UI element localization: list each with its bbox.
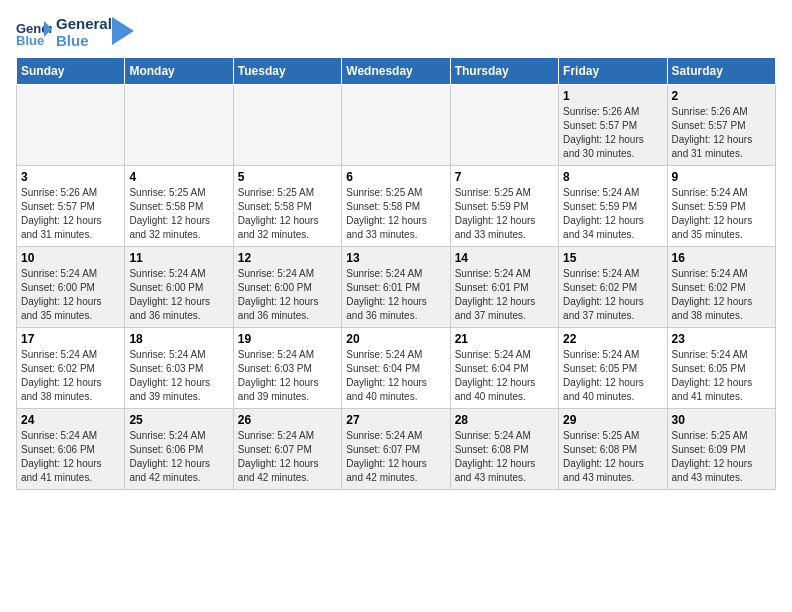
- logo-arrow: [112, 17, 134, 45]
- day-info: Sunrise: 5:24 AM Sunset: 6:00 PM Dayligh…: [238, 267, 337, 323]
- week-row-0: 1Sunrise: 5:26 AM Sunset: 5:57 PM Daylig…: [17, 85, 776, 166]
- day-number: 21: [455, 332, 554, 346]
- day-cell: 18Sunrise: 5:24 AM Sunset: 6:03 PM Dayli…: [125, 328, 233, 409]
- weekday-header-monday: Monday: [125, 58, 233, 85]
- day-info: Sunrise: 5:24 AM Sunset: 6:00 PM Dayligh…: [129, 267, 228, 323]
- day-number: 25: [129, 413, 228, 427]
- day-info: Sunrise: 5:25 AM Sunset: 5:58 PM Dayligh…: [238, 186, 337, 242]
- day-cell: [17, 85, 125, 166]
- day-cell: 5Sunrise: 5:25 AM Sunset: 5:58 PM Daylig…: [233, 166, 341, 247]
- weekday-header-wednesday: Wednesday: [342, 58, 450, 85]
- day-cell: 22Sunrise: 5:24 AM Sunset: 6:05 PM Dayli…: [559, 328, 667, 409]
- day-cell: [450, 85, 558, 166]
- weekday-header-thursday: Thursday: [450, 58, 558, 85]
- day-info: Sunrise: 5:24 AM Sunset: 6:05 PM Dayligh…: [563, 348, 662, 404]
- day-cell: 4Sunrise: 5:25 AM Sunset: 5:58 PM Daylig…: [125, 166, 233, 247]
- day-cell: 2Sunrise: 5:26 AM Sunset: 5:57 PM Daylig…: [667, 85, 775, 166]
- day-number: 8: [563, 170, 662, 184]
- day-cell: 6Sunrise: 5:25 AM Sunset: 5:58 PM Daylig…: [342, 166, 450, 247]
- day-number: 7: [455, 170, 554, 184]
- calendar-table: SundayMondayTuesdayWednesdayThursdayFrid…: [16, 57, 776, 490]
- day-info: Sunrise: 5:25 AM Sunset: 5:58 PM Dayligh…: [129, 186, 228, 242]
- day-number: 5: [238, 170, 337, 184]
- week-row-3: 17Sunrise: 5:24 AM Sunset: 6:02 PM Dayli…: [17, 328, 776, 409]
- day-cell: 14Sunrise: 5:24 AM Sunset: 6:01 PM Dayli…: [450, 247, 558, 328]
- day-number: 3: [21, 170, 120, 184]
- svg-text:Blue: Blue: [16, 33, 44, 47]
- svg-marker-3: [112, 17, 134, 45]
- day-cell: 11Sunrise: 5:24 AM Sunset: 6:00 PM Dayli…: [125, 247, 233, 328]
- page-header: General Blue General Blue: [16, 16, 776, 49]
- day-info: Sunrise: 5:24 AM Sunset: 6:07 PM Dayligh…: [346, 429, 445, 485]
- day-info: Sunrise: 5:24 AM Sunset: 6:06 PM Dayligh…: [21, 429, 120, 485]
- day-info: Sunrise: 5:25 AM Sunset: 5:58 PM Dayligh…: [346, 186, 445, 242]
- day-info: Sunrise: 5:24 AM Sunset: 6:04 PM Dayligh…: [346, 348, 445, 404]
- day-number: 2: [672, 89, 771, 103]
- day-number: 13: [346, 251, 445, 265]
- logo-icon: General Blue: [16, 19, 52, 47]
- day-info: Sunrise: 5:25 AM Sunset: 5:59 PM Dayligh…: [455, 186, 554, 242]
- weekday-header-tuesday: Tuesday: [233, 58, 341, 85]
- day-info: Sunrise: 5:24 AM Sunset: 6:06 PM Dayligh…: [129, 429, 228, 485]
- day-cell: 8Sunrise: 5:24 AM Sunset: 5:59 PM Daylig…: [559, 166, 667, 247]
- weekday-header-friday: Friday: [559, 58, 667, 85]
- day-cell: [233, 85, 341, 166]
- day-cell: 25Sunrise: 5:24 AM Sunset: 6:06 PM Dayli…: [125, 409, 233, 490]
- day-info: Sunrise: 5:24 AM Sunset: 6:00 PM Dayligh…: [21, 267, 120, 323]
- day-cell: 20Sunrise: 5:24 AM Sunset: 6:04 PM Dayli…: [342, 328, 450, 409]
- day-cell: 1Sunrise: 5:26 AM Sunset: 5:57 PM Daylig…: [559, 85, 667, 166]
- day-cell: 3Sunrise: 5:26 AM Sunset: 5:57 PM Daylig…: [17, 166, 125, 247]
- day-info: Sunrise: 5:25 AM Sunset: 6:08 PM Dayligh…: [563, 429, 662, 485]
- weekday-header-saturday: Saturday: [667, 58, 775, 85]
- day-cell: 12Sunrise: 5:24 AM Sunset: 6:00 PM Dayli…: [233, 247, 341, 328]
- day-number: 9: [672, 170, 771, 184]
- day-number: 23: [672, 332, 771, 346]
- day-cell: 17Sunrise: 5:24 AM Sunset: 6:02 PM Dayli…: [17, 328, 125, 409]
- logo-general: General: [56, 16, 112, 33]
- day-info: Sunrise: 5:24 AM Sunset: 6:07 PM Dayligh…: [238, 429, 337, 485]
- day-number: 26: [238, 413, 337, 427]
- day-number: 14: [455, 251, 554, 265]
- day-info: Sunrise: 5:24 AM Sunset: 5:59 PM Dayligh…: [563, 186, 662, 242]
- day-number: 19: [238, 332, 337, 346]
- day-info: Sunrise: 5:24 AM Sunset: 6:04 PM Dayligh…: [455, 348, 554, 404]
- day-info: Sunrise: 5:24 AM Sunset: 6:01 PM Dayligh…: [455, 267, 554, 323]
- day-number: 28: [455, 413, 554, 427]
- day-cell: 26Sunrise: 5:24 AM Sunset: 6:07 PM Dayli…: [233, 409, 341, 490]
- day-info: Sunrise: 5:26 AM Sunset: 5:57 PM Dayligh…: [672, 105, 771, 161]
- day-number: 15: [563, 251, 662, 265]
- day-number: 17: [21, 332, 120, 346]
- weekday-header-sunday: Sunday: [17, 58, 125, 85]
- day-info: Sunrise: 5:24 AM Sunset: 6:08 PM Dayligh…: [455, 429, 554, 485]
- day-cell: [342, 85, 450, 166]
- day-info: Sunrise: 5:24 AM Sunset: 6:01 PM Dayligh…: [346, 267, 445, 323]
- day-cell: [125, 85, 233, 166]
- day-cell: 27Sunrise: 5:24 AM Sunset: 6:07 PM Dayli…: [342, 409, 450, 490]
- day-info: Sunrise: 5:24 AM Sunset: 6:03 PM Dayligh…: [129, 348, 228, 404]
- day-number: 18: [129, 332, 228, 346]
- day-info: Sunrise: 5:26 AM Sunset: 5:57 PM Dayligh…: [563, 105, 662, 161]
- day-cell: 23Sunrise: 5:24 AM Sunset: 6:05 PM Dayli…: [667, 328, 775, 409]
- day-info: Sunrise: 5:24 AM Sunset: 5:59 PM Dayligh…: [672, 186, 771, 242]
- day-number: 22: [563, 332, 662, 346]
- week-row-4: 24Sunrise: 5:24 AM Sunset: 6:06 PM Dayli…: [17, 409, 776, 490]
- day-cell: 21Sunrise: 5:24 AM Sunset: 6:04 PM Dayli…: [450, 328, 558, 409]
- day-cell: 15Sunrise: 5:24 AM Sunset: 6:02 PM Dayli…: [559, 247, 667, 328]
- day-info: Sunrise: 5:25 AM Sunset: 6:09 PM Dayligh…: [672, 429, 771, 485]
- weekday-header-row: SundayMondayTuesdayWednesdayThursdayFrid…: [17, 58, 776, 85]
- logo: General Blue General Blue: [16, 16, 134, 49]
- day-cell: 19Sunrise: 5:24 AM Sunset: 6:03 PM Dayli…: [233, 328, 341, 409]
- day-number: 4: [129, 170, 228, 184]
- day-cell: 24Sunrise: 5:24 AM Sunset: 6:06 PM Dayli…: [17, 409, 125, 490]
- week-row-1: 3Sunrise: 5:26 AM Sunset: 5:57 PM Daylig…: [17, 166, 776, 247]
- logo-blue: Blue: [56, 33, 112, 50]
- day-number: 24: [21, 413, 120, 427]
- day-number: 29: [563, 413, 662, 427]
- day-number: 27: [346, 413, 445, 427]
- day-number: 12: [238, 251, 337, 265]
- day-number: 20: [346, 332, 445, 346]
- day-number: 6: [346, 170, 445, 184]
- day-cell: 16Sunrise: 5:24 AM Sunset: 6:02 PM Dayli…: [667, 247, 775, 328]
- day-number: 1: [563, 89, 662, 103]
- day-cell: 9Sunrise: 5:24 AM Sunset: 5:59 PM Daylig…: [667, 166, 775, 247]
